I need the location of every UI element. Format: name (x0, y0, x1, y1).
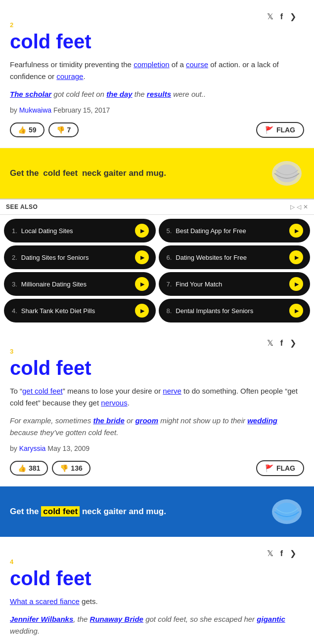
ad-num-7: 7. (167, 281, 172, 288)
completion-link[interactable]: completion (134, 60, 170, 69)
entry-number-2: 2 (10, 21, 304, 29)
ad-play-8[interactable] (289, 304, 303, 318)
thumbs-up-btn-2[interactable]: 👍 59 (10, 122, 45, 137)
thumbs-up-count-2: 59 (29, 126, 37, 134)
thumbs-down-btn-3[interactable]: 👎 136 (52, 461, 90, 476)
groom-link[interactable]: groom (135, 416, 158, 425)
thumbs-down-icon-2: 👎 (56, 126, 65, 134)
ad-item-5[interactable]: 5. Best Dating App for Free (159, 219, 311, 242)
see-also-label: SEE ALSO (6, 203, 38, 210)
entry-number-4: 4 (10, 558, 304, 565)
scholar-link[interactable]: The scholar (10, 90, 51, 98)
promo-text-blue: Get the cold feet neck gaiter and mug. (10, 507, 264, 517)
ad-icons: ▷ ◁ ✕ (290, 203, 308, 210)
promo-banner-blue[interactable]: Get the cold feet neck gaiter and mug. (0, 486, 314, 537)
thumbs-down-icon-3: 👎 (60, 464, 68, 472)
courage-link[interactable]: courage (56, 72, 83, 80)
social-row-2: 𝕏 f ❯ (10, 8, 304, 21)
entry-example-2: The scholar got cold feet on the day the… (10, 88, 304, 100)
nervous-link[interactable]: nervous (101, 399, 127, 407)
ad-label-6: Dating Websites for Free (176, 254, 247, 261)
ad-item-4[interactable]: 4. Shark Tank Keto Diet Pills (4, 299, 156, 322)
jennifer-link[interactable]: Jennifer Wilbanks (10, 615, 73, 623)
flag-btn-2[interactable]: 🚩 FLAG (256, 122, 304, 138)
ad-play-2[interactable] (135, 250, 149, 264)
entry-3: 𝕏 f ❯ 3 cold feet To “get cold feet” mea… (0, 326, 314, 486)
bride-link[interactable]: the bride (93, 416, 124, 425)
ad-label-7: Find Your Match (176, 281, 222, 288)
vote-buttons-2: 👍 59 👎 7 (10, 122, 79, 137)
ad-num-5: 5. (167, 227, 172, 235)
ad-item-7[interactable]: 7. Find Your Match (159, 272, 311, 296)
nerve-link[interactable]: nerve (163, 387, 181, 395)
vote-buttons-3: 👍 381 👎 136 (10, 461, 90, 476)
author-link-3[interactable]: Karyssia (19, 444, 46, 452)
entry-title-4: cold feet (10, 567, 304, 590)
results-link[interactable]: results (147, 90, 171, 98)
entry-definition-2: Fearfulness or timidity preventing the c… (10, 59, 304, 82)
day-link[interactable]: the day (106, 90, 133, 98)
course-link[interactable]: course (186, 60, 208, 69)
get-cold-feet-link[interactable]: get cold feet (22, 387, 63, 395)
ad-item-8[interactable]: 8. Dental Implants for Seniors (159, 299, 311, 322)
ad-play-7[interactable] (289, 277, 303, 291)
wedding-link[interactable]: wedding (247, 416, 277, 425)
vote-row-3: 👍 381 👎 136 🚩 FLAG (10, 460, 304, 476)
svg-point-3 (276, 503, 298, 521)
flag-btn-3[interactable]: 🚩 FLAG (256, 460, 304, 476)
facebook-icon-4[interactable]: f (280, 549, 283, 558)
ad-num-2: 2. (12, 254, 17, 261)
entry-author-2: by Mukwaiwa February 15, 2017 (10, 106, 304, 114)
ad-item-2[interactable]: 2. Dating Sites for Seniors (4, 245, 156, 269)
facebook-icon-3[interactable]: f (280, 339, 283, 348)
entry-definition-4: What a scared fiance gets. (10, 596, 304, 607)
ad-item-3[interactable]: 3. Millionaire Dating Sites (4, 272, 156, 296)
share-icon-4[interactable]: ❯ (290, 549, 296, 558)
ad-item-6[interactable]: 6. Dating Websites for Free (159, 245, 311, 269)
ads-grid: 1. Local Dating Sites 5. Best Dating App… (0, 215, 314, 326)
twitter-icon-4[interactable]: 𝕏 (267, 549, 273, 558)
ad-play-5[interactable] (289, 224, 303, 238)
social-row-4: 𝕏 f ❯ (10, 545, 304, 558)
ad-item-text-1: 1. Local Dating Sites (12, 227, 73, 235)
ad-item-text-8: 8. Dental Implants for Seniors (167, 307, 254, 315)
thumbs-up-icon-2: 👍 (18, 126, 26, 134)
flag-icon-3: 🚩 (265, 464, 273, 472)
ad-num-4: 4. (12, 307, 17, 315)
twitter-icon-3[interactable]: 𝕏 (267, 338, 273, 348)
ad-play-3[interactable] (135, 277, 149, 291)
ad-play-1[interactable] (135, 224, 149, 238)
ad-label-2: Dating Sites for Seniors (21, 254, 89, 261)
thumbs-up-icon-3: 👍 (18, 464, 26, 472)
ad-num-6: 6. (167, 254, 172, 261)
promo-gaiter-icon-blue (269, 494, 304, 529)
scared-fiance-link[interactable]: What a scared fiance (10, 597, 80, 605)
ad-num-3: 3. (12, 281, 17, 288)
vote-row-2: 👍 59 👎 7 🚩 FLAG (10, 122, 304, 138)
ad-play-4[interactable] (135, 304, 149, 318)
facebook-icon[interactable]: f (280, 12, 283, 21)
entry-example-4: Jennifer Wilbanks, the Runaway Bride got… (10, 613, 304, 637)
ad-num-8: 8. (167, 307, 172, 315)
twitter-icon[interactable]: 𝕏 (267, 12, 273, 21)
social-row-3: 𝕏 f ❯ (10, 334, 304, 348)
gigantic-link[interactable]: gigantic (257, 615, 285, 623)
thumbs-down-btn-2[interactable]: 👎 7 (48, 122, 79, 137)
share-icon[interactable]: ❯ (290, 12, 296, 21)
thumbs-down-count-2: 7 (67, 126, 71, 134)
promo-text-yellow: Get the cold feet neck gaiter and mug. (10, 168, 264, 178)
promo-banner-yellow[interactable]: Get the cold feet neck gaiter and mug. (0, 148, 314, 199)
runaway-bride-link[interactable]: Runaway Bride (90, 615, 143, 623)
entry-4: 𝕏 f ❯ 4 cold feet What a scared fiance g… (0, 537, 314, 644)
ad-item-text-4: 4. Shark Tank Keto Diet Pills (12, 307, 95, 315)
ad-item-1[interactable]: 1. Local Dating Sites (4, 219, 156, 242)
ad-play-6[interactable] (289, 250, 303, 264)
share-icon-3[interactable]: ❯ (290, 338, 296, 348)
ad-icon-1: ▷ (290, 203, 295, 210)
flag-label-2: FLAG (276, 126, 295, 134)
author-link-2[interactable]: Mukwaiwa (19, 106, 51, 114)
entry-title-2: cold feet (10, 31, 304, 53)
thumbs-up-btn-3[interactable]: 👍 381 (10, 461, 48, 476)
ad-label-5: Best Dating App for Free (176, 227, 246, 235)
ad-icon-3: ✕ (303, 203, 308, 210)
